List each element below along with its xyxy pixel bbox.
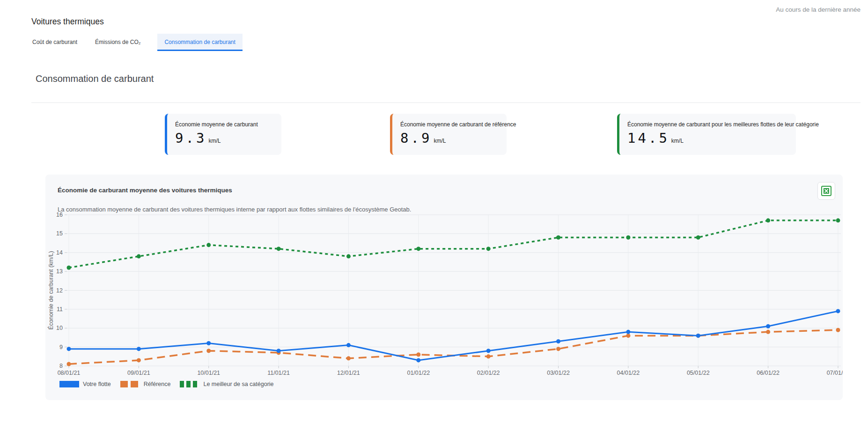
- data-point-reference: [137, 358, 141, 362]
- y-tick-label: 15: [56, 230, 63, 237]
- data-point-reference: [346, 356, 351, 360]
- data-point-reference: [766, 330, 770, 334]
- kpi-value: 8.9: [400, 130, 432, 146]
- series-line-le-meilleur-de-sa-categorie: [69, 220, 838, 268]
- x-tick-label: 05/01/22: [687, 370, 710, 376]
- y-tick-label: 12: [56, 287, 63, 294]
- data-point-le-meilleur-de-sa-categorie: [696, 235, 700, 240]
- legend-swatch-dashed: [120, 381, 140, 387]
- kpi-value: 14.5: [627, 130, 669, 146]
- data-point-votre-flotte: [696, 334, 700, 338]
- kpi-label: Économie moyenne de carburant pour les m…: [627, 121, 789, 128]
- data-point-votre-flotte: [836, 309, 840, 313]
- data-point-votre-flotte: [67, 347, 71, 351]
- kpi-unit: km/L: [434, 138, 446, 144]
- legend-label: Le meilleur de sa catégorie: [203, 381, 273, 387]
- y-tick-label: 10: [56, 325, 63, 331]
- data-point-votre-flotte: [277, 349, 281, 353]
- data-point-votre-flotte: [766, 324, 770, 328]
- tab-bar: Coût de carburantÉmissions de CO₂Consomm…: [31, 34, 243, 51]
- kpi-unit: km/L: [671, 138, 684, 144]
- legend-swatch-dotted: [180, 381, 199, 387]
- kpi-value-row: 8.9km/L: [400, 130, 500, 146]
- data-point-reference: [626, 334, 630, 338]
- page-title: Voitures thermiques: [31, 17, 104, 27]
- legend-swatch-solid: [59, 381, 79, 387]
- kpi-card: Économie moyenne de carburant de référen…: [390, 114, 507, 155]
- y-tick-label: 11: [57, 306, 63, 313]
- data-point-le-meilleur-de-sa-categorie: [137, 254, 141, 258]
- x-tick-label: 06/01/22: [757, 370, 780, 376]
- data-point-reference: [486, 354, 491, 358]
- kpi-value-row: 9.3km/L: [175, 130, 275, 146]
- fuel-economy-line-chart: 891011121314151608/01/2109/01/2110/01/21…: [45, 206, 843, 380]
- data-point-votre-flotte: [626, 330, 630, 334]
- legend-item-votre-flotte[interactable]: Votre flotte: [59, 381, 111, 387]
- y-tick-label: 14: [56, 249, 63, 256]
- data-point-le-meilleur-de-sa-categorie: [206, 243, 211, 247]
- excel-icon: [821, 185, 832, 197]
- data-point-le-meilleur-de-sa-categorie: [766, 219, 770, 223]
- y-axis-title: Économie de carburant (km/L): [47, 251, 54, 329]
- kpi-unit: km/L: [208, 138, 221, 144]
- data-point-le-meilleur-de-sa-categorie: [277, 247, 281, 251]
- kpi-card: Économie moyenne de carburant pour les m…: [617, 114, 796, 155]
- legend-label: Votre flotte: [83, 381, 111, 387]
- x-tick-label: 09/01/21: [127, 370, 150, 376]
- time-range-label: Au cours de la dernière année: [776, 6, 861, 13]
- kpi-value: 9.3: [175, 130, 206, 146]
- data-point-reference: [67, 362, 71, 366]
- kpi-label: Économie moyenne de carburant: [175, 121, 275, 128]
- tab-emissions-de-co[interactable]: Émissions de CO₂: [94, 34, 141, 51]
- data-point-votre-flotte: [486, 349, 491, 353]
- chart-title: Économie de carburant moyenne des voitur…: [58, 187, 232, 194]
- chart-legend: Votre flotteRéférenceLe meilleur de sa c…: [59, 381, 274, 387]
- chart-svg-container: 891011121314151608/01/2109/01/2110/01/21…: [45, 206, 843, 382]
- data-point-le-meilleur-de-sa-categorie: [836, 219, 840, 223]
- data-point-le-meilleur-de-sa-categorie: [626, 235, 630, 240]
- export-excel-button[interactable]: [817, 182, 835, 200]
- x-tick-label: 10/01/21: [197, 370, 220, 376]
- x-tick-label: 01/01/22: [407, 370, 430, 376]
- x-tick-label: 03/01/22: [547, 370, 570, 376]
- x-tick-label: 04/01/22: [617, 370, 640, 376]
- legend-item-le-meilleur-de-sa-categorie[interactable]: Le meilleur de sa catégorie: [180, 381, 273, 387]
- legend-label: Référence: [144, 381, 171, 387]
- legend-item-reference[interactable]: Référence: [120, 381, 171, 387]
- data-point-votre-flotte: [346, 343, 351, 347]
- y-tick-label: 9: [59, 344, 63, 350]
- tab-cout-de-carburant[interactable]: Coût de carburant: [31, 34, 78, 51]
- data-point-votre-flotte: [137, 347, 141, 351]
- kpi-value-row: 14.5km/L: [627, 130, 789, 146]
- data-point-reference: [836, 328, 840, 332]
- data-point-votre-flotte: [206, 341, 211, 345]
- data-point-le-meilleur-de-sa-categorie: [556, 235, 560, 240]
- x-tick-label: 12/01/21: [337, 370, 360, 376]
- x-tick-label: 07/01/22: [827, 370, 843, 376]
- data-point-le-meilleur-de-sa-categorie: [67, 266, 71, 270]
- x-tick-label: 02/01/22: [477, 370, 500, 376]
- y-tick-label: 8: [59, 363, 63, 369]
- y-tick-label: 13: [56, 268, 63, 275]
- kpi-label: Économie moyenne de carburant de référen…: [400, 121, 500, 128]
- data-point-votre-flotte: [416, 358, 420, 362]
- series-line-votre-flotte: [69, 311, 838, 360]
- kpi-card: Économie moyenne de carburant9.3km/L: [165, 114, 281, 155]
- chart-card: Économie de carburant moyenne des voitur…: [45, 175, 843, 400]
- data-point-le-meilleur-de-sa-categorie: [346, 254, 351, 258]
- x-tick-label: 08/01/21: [58, 370, 81, 376]
- section-divider: [31, 102, 861, 103]
- data-point-le-meilleur-de-sa-categorie: [486, 247, 491, 251]
- gridlines: 891011121314151608/01/2109/01/2110/01/21…: [56, 212, 843, 376]
- y-tick-label: 16: [56, 212, 63, 218]
- data-point-reference: [206, 349, 211, 353]
- tab-consommation-de-carburant[interactable]: Consommation de carburant: [157, 34, 242, 51]
- data-point-reference: [416, 352, 420, 357]
- data-point-reference: [556, 347, 560, 351]
- section-title: Consommation de carburant: [36, 73, 154, 84]
- x-tick-label: 11/01/21: [267, 370, 290, 376]
- data-point-le-meilleur-de-sa-categorie: [416, 247, 420, 251]
- data-point-votre-flotte: [556, 339, 560, 343]
